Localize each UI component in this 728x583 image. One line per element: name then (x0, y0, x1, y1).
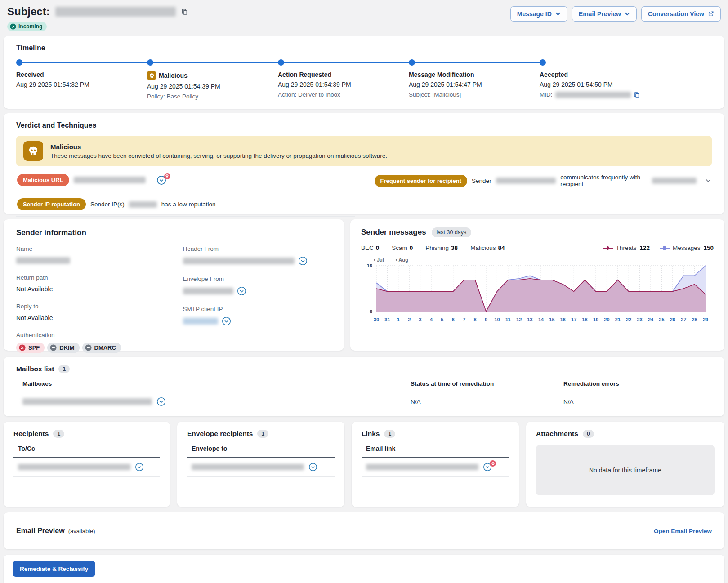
expand-recipient-button[interactable] (135, 463, 144, 472)
chart-x-label: 29 (703, 317, 708, 322)
redacted-mid (555, 92, 631, 98)
chart-x-label: 28 (692, 317, 697, 322)
expand-smtp-ip-button[interactable] (222, 316, 231, 326)
technique-frequent-sender: Frequent sender for recipient Sender com… (374, 168, 712, 193)
chart-x-label: 26 (670, 317, 675, 322)
chevron-down-icon (625, 12, 630, 16)
expand-malicious-url-button[interactable] (156, 175, 166, 185)
chart-x-label: 15 (549, 317, 554, 322)
expand-mailbox-button[interactable] (156, 397, 166, 406)
timeframe-pill: last 30 days (432, 227, 472, 237)
verdict-title: Verdict and Techniques (16, 121, 712, 129)
timeline-milestone-malicious: Malicious Aug 29 2025 01:54:39 PM Policy… (147, 71, 275, 100)
chart-x-label: 19 (593, 317, 598, 322)
email-preview-availability: (available) (68, 528, 95, 534)
remediate-reclassify-button[interactable]: Remediate & Reclassify (13, 561, 95, 577)
chart-y-label: 0 (370, 309, 372, 314)
chart-x-label: 3 (419, 317, 422, 322)
mailbox-table: Mailboxes Status at time of remediation … (16, 380, 712, 411)
chart-x-label: 24 (648, 317, 654, 322)
email-preview-button[interactable]: Email Preview (572, 6, 637, 22)
redacted-subject (55, 7, 176, 17)
timeline-dot-received (16, 59, 22, 66)
chart-x-label: 23 (637, 317, 642, 322)
redacted-envelope-recipient (192, 464, 304, 470)
timeline-milestone-received: Received Aug 29 2025 01:54:32 PM (16, 71, 144, 88)
timeline-milestone-action-requested: Action Requested Aug 29 2025 01:54:39 PM… (278, 71, 406, 98)
links-panel: Links 1 Email link (352, 422, 519, 507)
mailbox-count-badge: 1 (58, 365, 70, 373)
email-preview-title: Email Preview (16, 527, 65, 535)
timeline-track (16, 59, 712, 66)
sender-info-left-column: Name Return path Not Available Reply to … (16, 245, 165, 353)
attachments-panel: Attachments 0 No data for this timeframe (526, 422, 724, 507)
email-analysis-page: Subject: Incoming Message ID (0, 0, 728, 583)
timeline-dot-malicious (147, 59, 153, 66)
sender-messages-chart: 3031123456789101112131415161718192021222… (361, 256, 714, 326)
redacted-header-from (183, 258, 295, 264)
legend-messages: Messages150 (660, 245, 714, 251)
recipients-count-badge: 1 (53, 430, 64, 438)
reply-to-value: Not Available (16, 314, 165, 322)
fail-circle-icon (19, 344, 26, 351)
technique-sender-ip-reputation: Sender IP reputation Sender IP(s) has a … (16, 192, 355, 217)
attachments-count-badge: 0 (583, 430, 594, 438)
mailbox-list-title: Mailbox list (16, 365, 54, 373)
sender-info-right-column: Header From Envelope From (183, 245, 332, 353)
chart-x-label: 2 (408, 317, 411, 322)
chart-x-label: 17 (571, 317, 576, 322)
timeline-dot-action-requested (278, 59, 284, 66)
redacted-sender-ip (129, 201, 157, 208)
redacted-recipient (18, 464, 130, 470)
redacted-smtp-client-ip (183, 318, 218, 325)
chart-x-label: 14 (538, 317, 544, 322)
chart-x-label: 31 (384, 317, 390, 322)
timeline-card: Timeline Received Aug 29 2025 01:54:32 P… (4, 36, 724, 109)
dkim-badge: DKIM (47, 343, 79, 353)
chart-x-label: 9 (485, 317, 487, 322)
message-id-button[interactable]: Message ID (510, 6, 567, 22)
expand-frequent-sender-button[interactable] (706, 179, 711, 182)
verdict-card: Verdict and Techniques Malicious These m… (4, 113, 724, 214)
page-header: Subject: Incoming Message ID (4, 4, 724, 36)
timeline-milestone-message-modification: Message Modification Aug 29 2025 01:54:4… (409, 71, 537, 98)
chart-x-label: 12 (516, 317, 522, 322)
dmarc-badge: DMARC (82, 343, 121, 353)
timeline-dot-message-modification (409, 59, 415, 66)
envelope-recipients-panel: Envelope recipients 1 Envelope to (177, 422, 344, 507)
header-actions: Message ID Email Preview Conversation Vi… (510, 5, 721, 22)
expand-email-link-button[interactable] (483, 463, 492, 472)
sender-information-card: Sender information Name Return path Not … (4, 219, 344, 351)
return-path-value: Not Available (16, 285, 165, 293)
techniques-right-column: Frequent sender for recipient Sender com… (374, 168, 712, 217)
sender-messages-stats: BEC0 Scam0 Phishing38 Malicious84 Threat… (361, 245, 714, 251)
open-email-preview-link[interactable]: Open Email Preview (654, 528, 712, 534)
chart-month-marker: • Aug (396, 257, 408, 263)
chart-x-label: 7 (463, 317, 465, 322)
copy-subject-icon[interactable] (181, 9, 188, 15)
chart-x-label: 1 (397, 317, 400, 322)
malicious-url-tag: Malicious URL (17, 174, 69, 186)
chart-legend: Threats122 Messages150 (603, 245, 714, 251)
timeline-dot-accepted (540, 59, 546, 66)
verdict-label: Malicious (50, 143, 387, 151)
expand-envelope-from-button[interactable] (237, 286, 246, 296)
verdict-skull-icon (23, 141, 43, 161)
subject-block: Subject: Incoming (7, 5, 188, 31)
sender-messages-card: Sender messages last 30 days BEC0 Scam0 … (350, 219, 724, 351)
frequent-sender-tag: Frequent sender for recipient (375, 175, 468, 187)
redacted-frequent-recipient (652, 178, 697, 184)
conversation-view-button[interactable]: Conversation View (641, 6, 721, 22)
chart-x-label: 5 (441, 317, 443, 322)
expand-header-from-button[interactable] (298, 256, 308, 266)
incoming-check-icon (10, 23, 16, 30)
sender-messages-title: Sender messages (361, 228, 426, 237)
expand-envelope-recipient-button[interactable] (308, 463, 317, 472)
chart-x-label: 21 (615, 317, 621, 322)
external-link-icon (708, 11, 714, 17)
sender-information-title: Sender information (16, 228, 331, 237)
copy-mid-icon[interactable] (634, 92, 640, 98)
chart-x-label: 25 (659, 317, 664, 322)
chart-x-label: 6 (452, 317, 455, 322)
footer-action-bar: Remediate & Reclassify (4, 555, 724, 583)
